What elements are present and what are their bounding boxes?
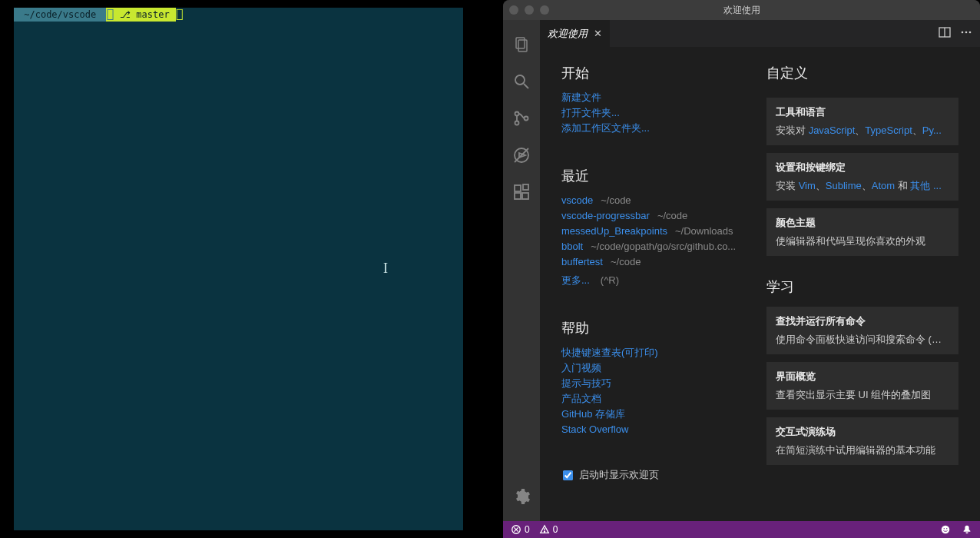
tab-label: 欢迎使用 (548, 27, 588, 41)
status-warnings[interactable]: 0 (539, 524, 558, 535)
recent-item-path: ~/code/gopath/go/src/github.co... (591, 239, 736, 254)
tools-card[interactable]: 工具和语言 安装对 JavaScript、TypeScript、Py... (766, 98, 958, 145)
commands-desc: 使用命令面板快速访问和搜索命令 (介... (776, 333, 949, 347)
recent-item-name[interactable]: bbolt (561, 239, 583, 254)
help-heading: 帮助 (561, 319, 743, 337)
status-errors-count: 0 (525, 524, 530, 535)
help-link[interactable]: 快捷键速查表(可打印) (561, 345, 743, 360)
window-controls[interactable] (509, 5, 549, 15)
notifications-icon[interactable] (962, 524, 972, 535)
recent-section: 最近 vscode~/codevscode-progressbar~/codem… (561, 167, 743, 288)
vscode-window: 欢迎使用 欢迎使用 (503, 0, 980, 538)
tabs-bar: 欢迎使用 ✕ (540, 20, 980, 47)
svg-point-16 (965, 32, 968, 34)
recent-item[interactable]: buffertest~/code (561, 254, 743, 270)
svg-rect-0 (516, 38, 525, 48)
svg-point-4 (515, 112, 519, 116)
svg-rect-9 (515, 185, 521, 191)
titlebar[interactable]: 欢迎使用 (503, 0, 980, 20)
more-actions-icon[interactable] (960, 26, 972, 41)
theme-desc: 使编辑器和代码呈现你喜欢的外观 (776, 234, 949, 248)
help-link[interactable]: 提示与技巧 (561, 376, 743, 391)
keys-card[interactable]: 设置和按键绑定 安装 Vim、Sublime、Atom 和 其他 ... (766, 153, 958, 201)
recent-more-hint: (^R) (601, 273, 619, 288)
help-link[interactable]: GitHub 存储库 (561, 407, 743, 422)
recent-item-path: ~/Downloads (675, 224, 733, 239)
recent-item-name[interactable]: messedUp_Breakpoints (561, 224, 667, 239)
svg-point-2 (515, 75, 525, 85)
window-title: 欢迎使用 (723, 4, 760, 17)
ui-overview-card[interactable]: 界面概览 查看突出显示主要 UI 组件的叠加图 (766, 362, 958, 410)
show-welcome-checkbox[interactable]: 启动时显示欢迎页 (561, 468, 743, 482)
recent-item[interactable]: bbolt~/code/gopath/go/src/github.co... (561, 239, 743, 254)
svg-point-17 (969, 32, 972, 34)
tools-title: 工具和语言 (776, 105, 949, 119)
start-section: 开始 新建文件 打开文件夹... 添加工作区文件夹... (561, 64, 743, 136)
split-editor-icon[interactable] (939, 26, 951, 41)
recent-more-link[interactable]: 更多... (561, 273, 590, 288)
help-link[interactable]: 产品文档 (561, 391, 743, 407)
tab-welcome[interactable]: 欢迎使用 ✕ (540, 20, 610, 47)
status-errors[interactable]: 0 (511, 524, 530, 535)
playground-card[interactable]: 交互式演练场 在简短演练中试用编辑器的基本功能 (766, 417, 958, 465)
show-welcome-input[interactable] (563, 470, 573, 480)
recent-item-name[interactable]: vscode-progressbar (561, 208, 650, 224)
playground-desc: 在简短演练中试用编辑器的基本功能 (776, 443, 949, 457)
recent-item[interactable]: messedUp_Breakpoints~/Downloads (561, 224, 743, 239)
help-link[interactable]: Stack Overflow (561, 422, 743, 437)
search-icon[interactable] (503, 63, 540, 100)
svg-rect-12 (523, 184, 528, 190)
tabs-actions (939, 20, 980, 47)
learn-section: 学习 (766, 277, 958, 296)
theme-card[interactable]: 颜色主题 使编辑器和代码呈现你喜欢的外观 (766, 208, 958, 256)
tools-desc: 安装对 JavaScript、TypeScript、Py... (776, 124, 949, 138)
customize-heading: 自定义 (766, 64, 958, 82)
close-tab-icon[interactable]: ✕ (594, 28, 602, 39)
svg-point-6 (525, 117, 528, 121)
minimize-window-button[interactable] (525, 5, 534, 15)
help-section: 帮助 快捷键速查表(可打印)入门视频提示与技巧产品文档GitHub 存储库Sta… (561, 319, 743, 437)
svg-point-24 (944, 528, 945, 529)
settings-gear-icon[interactable] (503, 478, 540, 515)
help-link[interactable]: 入门视频 (561, 360, 743, 376)
keys-desc: 安装 Vim、Sublime、Atom 和 其他 ... (776, 179, 949, 193)
recent-item[interactable]: vscode~/code (561, 193, 743, 208)
welcome-left-column: 开始 新建文件 打开文件夹... 添加工作区文件夹... 最近 vscode~/… (561, 64, 743, 512)
recent-item-path: ~/code (657, 208, 687, 224)
prompt-separator-icon:  (106, 8, 114, 22)
recent-item[interactable]: vscode-progressbar~/code (561, 208, 743, 224)
terminal-pane: ~/code/vscode  ⎇ master  I (0, 0, 463, 538)
show-welcome-label: 启动时显示欢迎页 (579, 468, 659, 482)
recent-item-name[interactable]: buffertest (561, 254, 603, 270)
extensions-icon[interactable] (503, 174, 540, 211)
source-control-icon[interactable] (503, 100, 540, 137)
learn-heading: 学习 (766, 277, 958, 296)
feedback-icon[interactable] (940, 524, 951, 535)
commands-title: 查找并运行所有命令 (776, 314, 949, 328)
add-workspace-link[interactable]: 添加工作区文件夹... (561, 121, 743, 136)
new-file-link[interactable]: 新建文件 (561, 90, 743, 105)
terminal[interactable]: ~/code/vscode  ⎇ master  I (14, 8, 463, 530)
start-heading: 开始 (561, 64, 743, 82)
welcome-page: 开始 新建文件 打开文件夹... 添加工作区文件夹... 最近 vscode~/… (540, 47, 980, 521)
svg-rect-11 (522, 193, 528, 199)
recent-item-name[interactable]: vscode (561, 193, 593, 208)
ui-overview-desc: 查看突出显示主要 UI 组件的叠加图 (776, 388, 949, 402)
maximize-window-button[interactable] (540, 5, 549, 15)
close-window-button[interactable] (509, 5, 518, 15)
commands-card[interactable]: 查找并运行所有命令 使用命令面板快速访问和搜索命令 (介... (766, 307, 958, 354)
svg-rect-1 (518, 40, 527, 51)
terminal-prompt: ~/code/vscode  ⎇ master  (14, 8, 463, 22)
svg-point-25 (946, 528, 947, 529)
open-folder-link[interactable]: 打开文件夹... (561, 105, 743, 121)
debug-icon[interactable] (503, 137, 540, 174)
prompt-separator-icon:  (176, 8, 184, 22)
ui-overview-title: 界面概览 (776, 370, 949, 384)
svg-line-3 (524, 84, 528, 88)
prompt-branch: ⎇ master (114, 8, 176, 22)
status-warnings-count: 0 (553, 524, 558, 535)
recent-item-path: ~/code (601, 193, 631, 208)
main-area: 欢迎使用 ✕ 开始 新建文件 (503, 20, 980, 521)
svg-point-23 (942, 526, 950, 534)
explorer-icon[interactable] (503, 26, 540, 63)
